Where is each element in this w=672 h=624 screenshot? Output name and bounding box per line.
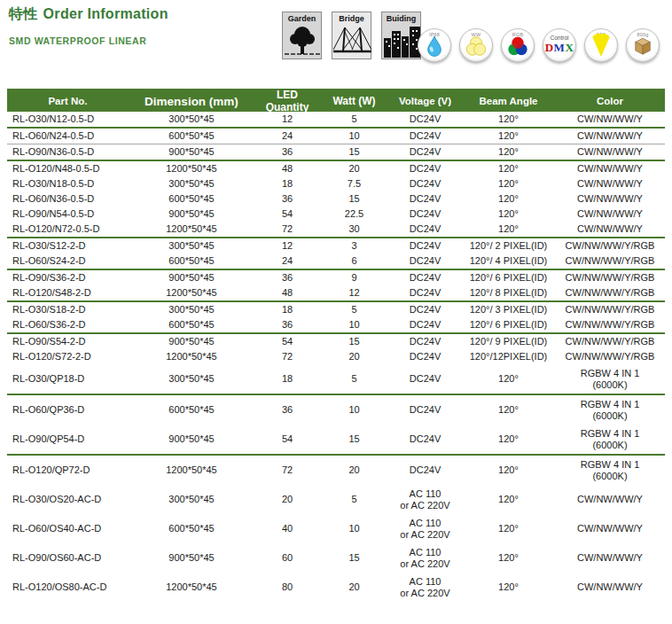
cell-watt: 20 <box>320 464 388 477</box>
cell-qty: 24 <box>254 129 320 143</box>
cell-qty: 72 <box>254 350 320 363</box>
cell-voltage: DC24V <box>388 192 462 206</box>
column-header: Voltage (V) <box>388 96 462 106</box>
page-title-cn: 特性 <box>9 6 38 21</box>
cell-line: AC 110 <box>388 488 462 500</box>
cell-part: RL-O90/S36-2-D <box>7 271 129 285</box>
cell-voltage: DC24V <box>388 286 462 300</box>
cell-color: CW/NW/WW/Y <box>555 177 665 191</box>
application-icons: Garden Bridge Buiding <box>282 12 421 59</box>
cell-voltage: DC24V <box>388 433 462 446</box>
cell-line: AC 110 <box>388 518 462 529</box>
cell-qty: 20 <box>254 493 320 506</box>
cell-watt: 9 <box>320 271 388 285</box>
cell-color: RGBW 4 IN 1(6000K) <box>555 427 665 452</box>
dmx-control-icon: Control DMX <box>543 28 576 62</box>
header: 特性Order Information SMD WATERPROOF LINEA… <box>9 5 168 46</box>
ip68-waterproof-icon: IP68 <box>418 28 451 62</box>
table-row: RL-O30/N18-0.5-D300*50*45187.5DC24V120°C… <box>7 176 665 191</box>
cell-watt: 10 <box>320 522 388 535</box>
cell-part: RL-O60/N24-0.5-D <box>7 129 129 143</box>
dmx-letter: D <box>545 41 554 54</box>
table-row: RL-O60/S24-2-D600*50*45246DC24V120°/ 4 P… <box>7 254 665 270</box>
cell-dim: 1200*50*45 <box>129 464 254 477</box>
cell-watt: 10 <box>320 318 388 332</box>
cell-part: RL-O90/N36-0.5-D <box>7 145 129 159</box>
cell-line: RGBW 4 IN 1 <box>555 399 665 410</box>
cell-qty: 54 <box>254 433 320 446</box>
table-header-row: Part No.Dimension (mm)LED QuantityWatt (… <box>7 89 665 112</box>
cell-watt: 5 <box>320 303 388 316</box>
cell-voltage: DC24V <box>388 207 462 221</box>
cell-beam: 120° <box>462 581 555 594</box>
garden-icon: Garden <box>282 12 322 59</box>
cell-line: RGBW 4 IN 1 <box>555 428 665 440</box>
table-row: RL-O60/N36-0.5-D600*50*453615DC24V120°CW… <box>7 191 665 207</box>
cell-color: RGBW 4 IN 1(6000K) <box>555 398 665 423</box>
dmx-control-label: Control <box>543 35 575 41</box>
page-title: 特性Order Information <box>9 5 168 24</box>
cell-qty: 72 <box>254 464 320 477</box>
cell-beam: 120° <box>462 433 555 446</box>
cell-watt: 10 <box>320 403 388 417</box>
cell-part: RL-O60/N36-0.5-D <box>7 192 129 206</box>
cell-dim: 900*50*45 <box>129 551 254 565</box>
building-icon-label: Buiding <box>382 14 420 23</box>
column-header: LED Quantity <box>254 89 320 113</box>
cell-voltage: DC24V <box>388 113 462 126</box>
cell-beam: 120° <box>462 113 555 126</box>
cell-part: RL-O30/S18-2-D <box>7 303 129 316</box>
cell-qty: 36 <box>254 271 320 285</box>
cell-watt: 5 <box>320 372 388 386</box>
table-row: RL-O60/OS40-AC-D600*50*454010AC 110or AC… <box>7 514 665 543</box>
cell-color: CW/NW/WW/Y <box>555 493 665 506</box>
cell-dim: 300*50*45 <box>129 493 254 506</box>
cell-voltage: DC24V <box>388 254 462 268</box>
cell-dim: 600*50*45 <box>129 129 254 143</box>
warm-white-led-icon: WW <box>459 28 493 62</box>
cell-watt: 5 <box>320 493 388 506</box>
cell-qty: 24 <box>254 254 320 268</box>
table-row: RL-O90/QP54-D900*50*455415DC24V120°RGBW … <box>7 425 665 456</box>
cell-qty: 12 <box>254 113 320 126</box>
cell-dim: 1200*50*45 <box>129 222 254 236</box>
cell-watt: 15 <box>320 433 388 446</box>
cell-part: RL-O30/N18-0.5-D <box>7 177 129 191</box>
cell-color: CW/NW/WW/Y <box>555 522 665 535</box>
cell-qty: 36 <box>254 192 320 206</box>
table-row: RL-O90/OS60-AC-D900*50*456015AC 110or AC… <box>7 543 665 573</box>
cell-qty: 60 <box>254 551 320 565</box>
table-row: RL-O30/S18-2-D300*50*45185DC24V120°/ 3 P… <box>7 302 665 317</box>
cell-dim: 900*50*45 <box>129 271 254 285</box>
cell-qty: 72 <box>254 222 320 236</box>
cell-qty: 48 <box>254 162 320 176</box>
bridge-icon: Bridge <box>332 12 371 59</box>
cell-beam: 120° <box>462 493 555 506</box>
cell-qty: 36 <box>254 318 320 332</box>
cell-watt: 12 <box>320 286 388 300</box>
cell-color: CW/NW/WW/Y/RGB <box>555 271 665 285</box>
cell-color: CW/NW/WW/Y/RGB <box>555 239 665 253</box>
cell-part: RL-O120/N72-0.5-D <box>7 222 129 236</box>
cell-voltage: AC 110or AC 220V <box>388 575 462 600</box>
cell-dim: 300*50*45 <box>129 372 254 386</box>
table-row: RL-O90/N36-0.5-D900*50*453615DC24V120°CW… <box>7 144 665 161</box>
cell-voltage: DC24V <box>388 372 462 386</box>
cell-dim: 300*50*45 <box>129 113 254 126</box>
cell-part: RL-O120/N48-0.5-D <box>7 162 129 176</box>
cell-voltage: AC 110or AC 220V <box>388 488 462 512</box>
cell-voltage: DC24V <box>388 350 462 363</box>
cell-watt: 15 <box>320 192 388 206</box>
column-header: Color <box>555 96 665 106</box>
cell-watt: 7.5 <box>320 177 388 191</box>
column-header: Watt (W) <box>320 95 388 107</box>
cell-beam: 120°/ 6 PIXEL(ID) <box>462 318 555 332</box>
page-subtitle: SMD WATERPROOF LINEAR <box>9 35 168 46</box>
cell-color: CW/NW/WW/Y <box>555 551 665 565</box>
cell-line: or AC 220V <box>388 500 462 511</box>
cell-watt: 15 <box>320 551 388 565</box>
cell-voltage: DC24V <box>388 403 462 417</box>
table-row: RL-O120/N72-0.5-D1200*50*457230DC24V120°… <box>7 222 665 238</box>
cell-dim: 1200*50*45 <box>129 350 254 363</box>
cell-dim: 1200*50*45 <box>129 581 254 594</box>
